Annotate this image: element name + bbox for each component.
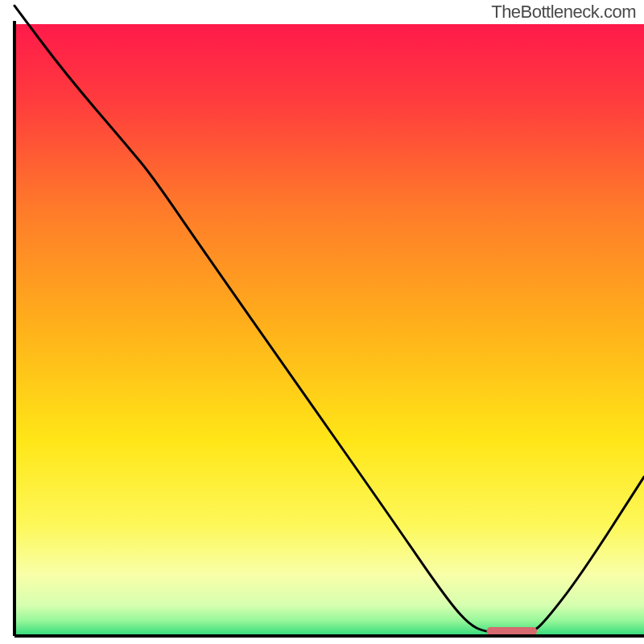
plot-background	[14, 24, 644, 636]
bottleneck-chart	[0, 0, 644, 644]
optimal-range-marker	[487, 627, 538, 635]
